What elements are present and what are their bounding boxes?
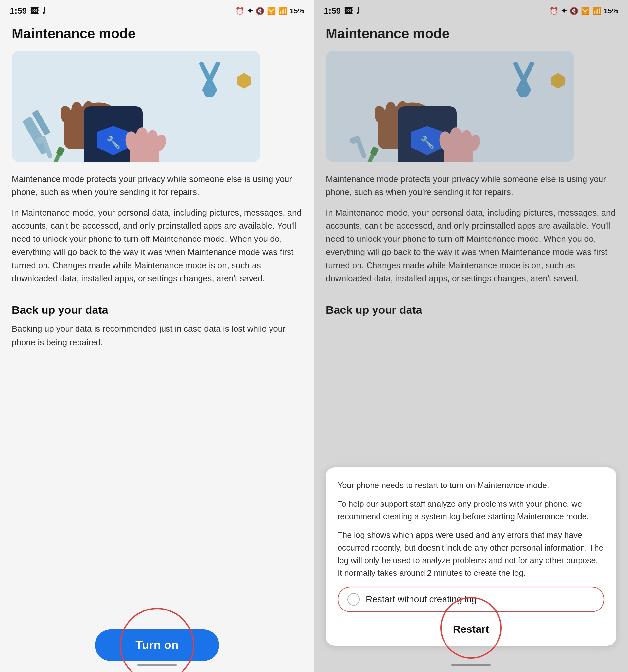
dialog-line2: To help our support staff analyze any pr… [338, 498, 604, 523]
svg-text:🔧: 🔧 [106, 135, 121, 149]
backup-desc-left: Backing up your data is recommended just… [12, 322, 302, 349]
restart-button[interactable]: Restart [338, 619, 604, 637]
svg-point-5 [204, 86, 216, 97]
status-right-left: ⏰ ✦ 🔇 🛜 📶 15% [236, 7, 304, 15]
dialog-line3: The log shows which apps were used and a… [338, 529, 604, 579]
status-left: 1:59 🖼 ♩ [10, 6, 46, 16]
desc2-left: In Maintenance mode, your personal data,… [12, 206, 302, 285]
left-phone-panel: 1:59 🖼 ♩ ⏰ ✦ 🔇 🛜 📶 15% Maintenance mode [0, 0, 314, 672]
bluetooth-icon-left: ✦ [247, 7, 253, 15]
signal-icon-left: 📶 [279, 7, 287, 15]
restart-label: Restart [453, 623, 489, 635]
content-left: Maintenance mode [0, 19, 314, 610]
turn-on-label: Turn on [136, 638, 178, 652]
dialog-line1: Your phone needs to restart to turn on M… [338, 479, 604, 492]
battery-left: 15% [290, 7, 304, 15]
desc1-left: Maintenance mode protects your privacy w… [12, 172, 302, 199]
gallery-icon-left: 🖼 [30, 6, 39, 16]
music-icon-left: ♩ [42, 6, 46, 16]
right-phone-panel: 1:59 🖼 ♩ ⏰ ✦ 🔇 🛜 📶 15% Maintenance mode [314, 0, 628, 672]
turn-on-button[interactable]: Turn on [95, 629, 219, 661]
alarm-icon-left: ⏰ [236, 7, 244, 15]
mute-icon-left: 🔇 [256, 7, 264, 15]
page-title-left: Maintenance mode [12, 26, 302, 42]
radio-button[interactable] [347, 593, 360, 606]
status-bar-left: 1:59 🖼 ♩ ⏰ ✦ 🔇 🛜 📶 15% [0, 0, 314, 19]
restart-dialog: Your phone needs to restart to turn on M… [326, 467, 616, 646]
time-left: 1:59 [10, 6, 27, 16]
backup-title-left: Back up your data [12, 294, 302, 316]
illustration-left: 🔧 [12, 51, 260, 162]
wifi-icon-left: 🛜 [267, 7, 276, 15]
